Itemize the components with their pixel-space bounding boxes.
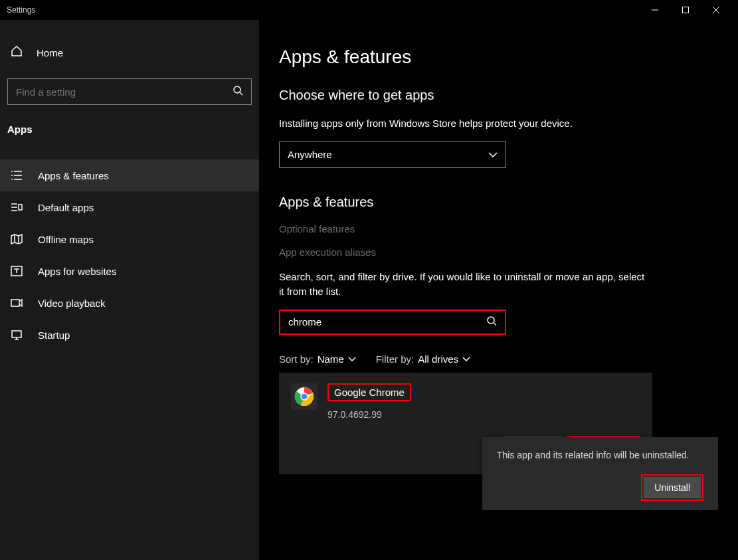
nav-label: Startup — [38, 329, 70, 341]
home-nav[interactable]: Home — [0, 37, 259, 68]
sidebar-section-header: Apps — [0, 118, 259, 143]
nav-label: Video playback — [38, 298, 105, 309]
popup-uninstall-button[interactable]: Uninstall — [644, 477, 701, 498]
close-button[interactable] — [701, 0, 731, 20]
chrome-icon — [291, 383, 318, 410]
popup-message: This app and its related info will be un… — [497, 449, 703, 462]
search-icon — [486, 316, 497, 329]
page-title: Apps & features — [279, 47, 718, 68]
titlebar: Settings — [0, 0, 738, 20]
svg-line-26 — [494, 323, 496, 326]
sidebar: Home Apps Apps & features Default ap — [0, 20, 259, 560]
svg-point-4 — [234, 86, 240, 93]
home-icon — [10, 45, 23, 60]
sort-label: Sort by: — [279, 353, 314, 365]
chevron-down-icon — [488, 152, 498, 157]
maximize-icon — [682, 7, 689, 13]
optional-features-link[interactable]: Optional features — [279, 223, 718, 234]
startup-icon — [10, 328, 23, 341]
install-source-dropdown[interactable]: Anywhere — [279, 141, 506, 168]
nav-startup[interactable]: Startup — [0, 319, 259, 351]
home-label: Home — [37, 47, 63, 58]
app-version: 97.0.4692.99 — [327, 409, 411, 420]
svg-rect-1 — [683, 7, 689, 13]
app-search[interactable] — [279, 310, 506, 335]
apps-section-desc: Search, sort, and filter by drive. If yo… — [279, 270, 651, 300]
app-name: Google Chrome — [327, 383, 411, 401]
sort-by[interactable]: Sort by: Name — [279, 353, 356, 365]
nav-label: Apps for websites — [38, 266, 116, 277]
nav-label: Apps & features — [38, 170, 109, 181]
sort-filter-bar: Sort by: Name Filter by: All drives — [279, 353, 718, 365]
uninstall-popup: This app and its related info will be un… — [482, 437, 718, 510]
nav-apps-features[interactable]: Apps & features — [0, 159, 259, 191]
apps-features-icon — [10, 169, 23, 182]
search-icon — [232, 85, 243, 98]
video-playback-icon — [10, 296, 23, 310]
svg-line-5 — [240, 92, 242, 95]
nav-apps-websites[interactable]: Apps for websites — [0, 255, 259, 287]
chevron-down-icon — [348, 357, 356, 361]
nav-video-playback[interactable]: Video playback — [0, 287, 259, 319]
settings-search[interactable] — [7, 78, 252, 105]
apps-websites-icon — [10, 264, 23, 278]
dropdown-value: Anywhere — [288, 149, 488, 160]
svg-rect-22 — [12, 331, 21, 337]
settings-search-input[interactable] — [16, 86, 232, 98]
sort-value: Name — [318, 353, 344, 365]
svg-point-25 — [488, 317, 494, 324]
chevron-down-icon — [462, 357, 470, 361]
filter-by[interactable]: Filter by: All drives — [376, 353, 470, 365]
nav-default-apps[interactable]: Default apps — [0, 191, 259, 223]
nav-label: Offline maps — [38, 234, 94, 245]
app-search-input[interactable] — [288, 316, 486, 327]
minimize-button[interactable] — [640, 0, 670, 20]
filter-value: All drives — [418, 353, 458, 365]
nav-label: Default apps — [38, 202, 94, 213]
default-apps-icon — [10, 201, 23, 214]
choose-apps-title: Choose where to get apps — [279, 88, 718, 103]
maximize-button[interactable] — [670, 0, 701, 20]
offline-maps-icon — [10, 233, 23, 246]
window-title: Settings — [7, 5, 35, 15]
app-aliases-link[interactable]: App execution aliases — [279, 246, 718, 258]
minimize-icon — [652, 7, 658, 13]
filter-label: Filter by: — [376, 353, 415, 365]
nav-offline-maps[interactable]: Offline maps — [0, 223, 259, 255]
svg-rect-21 — [11, 300, 19, 306]
window-controls — [640, 0, 731, 20]
close-icon — [713, 7, 719, 13]
apps-features-title: Apps & features — [279, 195, 718, 210]
content-area: Apps & features Choose where to get apps… — [259, 20, 738, 560]
sidebar-nav: Apps & features Default apps Offline map… — [0, 159, 259, 351]
svg-rect-15 — [19, 205, 22, 210]
choose-apps-desc: Installing apps only from Windows Store … — [279, 116, 651, 132]
